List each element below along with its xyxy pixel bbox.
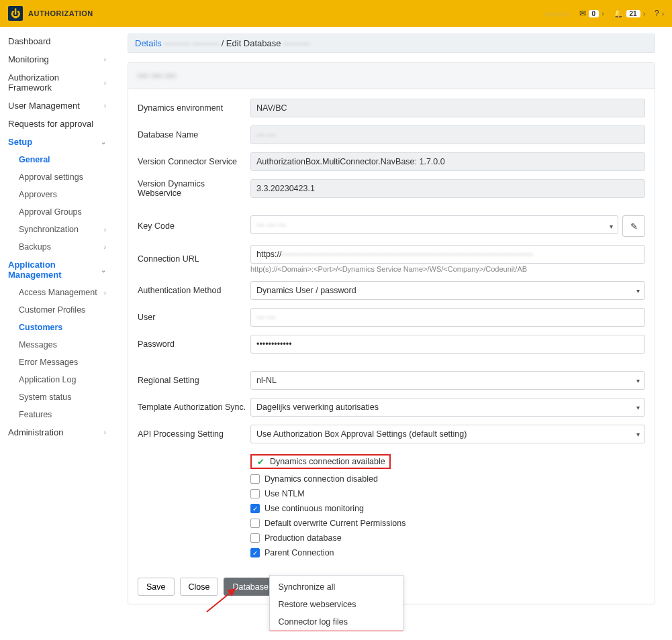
check-conn-avail-row: ✔ Dynamics connection available [250,451,645,472]
label-ver-conn: Version Connector Service [138,157,250,166]
row-password: Password •••••••••••• [138,331,645,358]
sidebar-item-label: General [19,155,50,164]
sidebar-item-label: Access Management [19,288,97,297]
label-regional: Regional Setting [138,376,250,385]
check-prod-db-row[interactable]: Production database [250,531,645,545]
sidebar-item-customer-profiles[interactable]: Customer Profiles [0,301,114,319]
check-label: Dynamics connection available [270,457,385,466]
close-button[interactable]: Close [180,578,219,596]
keycode-select[interactable]: — — — [250,215,618,234]
sidebar-item-administration[interactable]: Administration› [0,423,114,441]
sidebar-item-synchronization[interactable]: Synchronization› [0,221,114,238]
label-user: User [138,313,250,322]
value-ver-conn: AuthorizationBox.MultiConnector.NavBase:… [250,152,645,171]
pencil-icon: ✎ [630,221,638,231]
topbar-right: ——— ✉ 0 › 🔔 21 › ? › [544,9,664,19]
checkbox-ntlm[interactable] [250,489,260,498]
sidebar-item-label: Approval Groups [19,207,82,217]
sidebar-item-label: Requests for approval [8,119,93,129]
label-db-name: Database Name [138,130,250,140]
save-button[interactable]: Save [138,578,175,596]
row-dyn-env: Dynamics environment NAV/BC [138,95,645,121]
label-auth-method: Authentication Method [138,286,250,295]
sidebar-item-approval-groups[interactable]: Approval Groups [0,203,114,221]
checkbox-overwrite[interactable] [250,519,260,528]
checkbox-cont-mon[interactable]: ✓ [250,504,260,513]
highlight-conn-avail: ✔ Dynamics connection available [250,454,391,469]
database-button-label: Database [232,582,269,592]
panel-title: — — — [138,70,176,81]
auth-method-select[interactable]: Dynamics User / password [250,281,645,300]
edit-keycode-button[interactable]: ✎ [622,215,645,237]
breadcrumb-details-link[interactable]: Details [135,38,162,48]
breadcrumb: Details ——— ——— / Edit Database ——— [128,34,655,53]
sidebar-item-auth-framework[interactable]: Authorization Framework› [0,68,114,97]
mail-button[interactable]: ✉ 0 › [579,9,604,18]
sidebar-item-general[interactable]: General [0,151,114,168]
check-cont-mon-row[interactable]: ✓ Use continuous monitoring [250,501,645,516]
template-sync-select[interactable]: Dagelijks verwerking autorisaties [250,398,645,417]
sidebar-item-label: Synchronization [19,225,79,234]
drop-restore-ws[interactable]: Restore webservices [270,596,403,613]
checkbox-group: ✔ Dynamics connection available Dynamics… [250,447,645,560]
chevron-right-icon: › [104,56,106,63]
tenant-label: ——— [544,9,570,19]
row-auth-method: Authentication Method Dynamics User / pa… [138,277,645,304]
password-input[interactable]: •••••••••••• [250,335,645,354]
sidebar-item-app-mgmt[interactable]: Application Management⌄ [0,256,114,284]
api-proc-select[interactable]: Use Authorization Box Approval Settings … [250,425,645,443]
button-row: Save Close Database ▸ Synchronize all Re… [128,570,655,604]
sidebar-item-messages[interactable]: Messages [0,336,114,354]
app-logo: ⏻ [8,6,23,21]
sidebar-item-label: Application Log [19,375,76,384]
check-overwrite-row[interactable]: Default overwrite Current Permissions [250,516,645,531]
chevron-right-icon: › [104,226,106,233]
sidebar-item-label: Error Messages [19,358,78,367]
chevron-right-icon: › [104,79,106,87]
checkbox-parent-conn[interactable]: ✓ [250,548,260,557]
check-label: Use continuous monitoring [265,504,364,513]
sidebar-item-label: Setup [8,137,32,147]
label-dyn-env: Dynamics environment [138,103,250,113]
help-button[interactable]: ? › [655,9,664,18]
checkbox-prod-db[interactable] [250,533,260,543]
sidebar-item-app-log[interactable]: Application Log [0,371,114,388]
sidebar-item-approval-settings[interactable]: Approval settings [0,168,114,186]
main-content: Details ——— ——— / Edit Database ——— — — … [114,27,665,631]
sidebar-item-approvers[interactable]: Approvers [0,186,114,203]
sidebar-item-label: Administration [8,427,63,437]
label-ver-dynws: Version Dynamics Webservice [138,179,250,198]
sidebar-item-requests[interactable]: Requests for approval [0,115,114,133]
check-ntlm-row[interactable]: Use NTLM [250,486,645,501]
chevron-right-icon: › [643,10,645,17]
chevron-down-icon: ⌄ [101,266,106,274]
check-parent-conn-row[interactable]: ✓ Parent Connection [250,545,645,560]
sidebar-item-label: Backups [19,242,51,252]
sidebar-item-dashboard[interactable]: Dashboard [0,32,114,50]
sidebar-item-error-messages[interactable]: Error Messages [0,354,114,371]
sidebar-item-setup[interactable]: Setup⌄ [0,133,114,151]
sidebar-item-access-mgmt[interactable]: Access Management› [0,284,114,301]
drop-conn-logs[interactable]: Connector log files [270,613,403,631]
checkbox-conn-disabled[interactable] [250,474,260,484]
check-label: Parent Connection [265,548,334,557]
regional-select[interactable]: nl-NL [250,371,645,390]
chevron-right-icon: › [602,10,604,17]
bell-button[interactable]: 🔔 21 › [614,9,645,18]
sidebar-item-label: Monitoring [8,54,49,64]
drop-test-conn[interactable]: Test Connection [270,631,403,631]
check-conn-disabled-row[interactable]: Dynamics connection disabled [250,472,645,486]
conn-url-input[interactable]: https://—————————————————————————————— [250,245,645,264]
sidebar-item-features[interactable]: Features [0,406,114,423]
sidebar-item-system-status[interactable]: System status [0,388,114,406]
sidebar-item-user-mgmt[interactable]: User Management› [0,97,114,115]
user-input[interactable]: — — [250,308,645,327]
sidebar-item-customers[interactable]: Customers [0,319,114,336]
sidebar-item-label: System status [19,392,72,402]
row-keycode: Key Code — — — ✎ [138,211,645,241]
drop-sync-all[interactable]: Synchronize all [270,578,403,596]
breadcrumb-redacted: ——— [283,38,309,48]
sidebar-item-backups[interactable]: Backups› [0,238,114,256]
label-keycode: Key Code [138,221,250,231]
sidebar-item-monitoring[interactable]: Monitoring› [0,50,114,68]
